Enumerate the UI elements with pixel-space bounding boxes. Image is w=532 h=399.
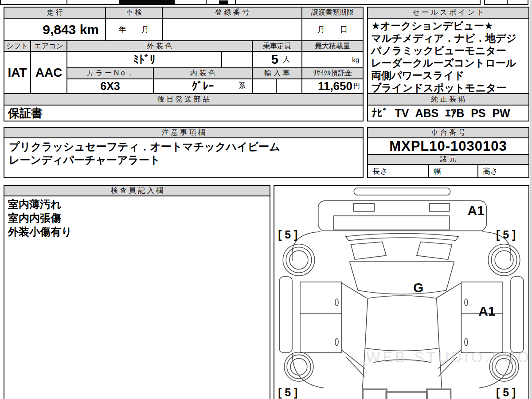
clipped-text-fragment bbox=[119, 0, 175, 4]
windshield bbox=[349, 262, 454, 294]
interior-color-value: ｸﾞﾚｰ bbox=[192, 80, 214, 93]
wheel-rear-left bbox=[284, 352, 313, 381]
inspector-note-line: 室内内張傷 bbox=[8, 211, 266, 225]
door-handle bbox=[335, 299, 338, 306]
mileage-value: 9,843 km bbox=[4, 18, 106, 41]
watermark: WEB STUDIO.PRO bbox=[366, 349, 528, 365]
roof-front-curve bbox=[368, 296, 436, 298]
fender-rear-left bbox=[292, 352, 324, 388]
chassis-number-value: MXPL10-1030103 bbox=[367, 137, 529, 155]
clipped-top-row-cell bbox=[235, 0, 481, 5]
notes-line: プリクラッシュセーフティ．オートマチックハイビーム bbox=[9, 140, 358, 153]
tail-side-left bbox=[362, 348, 365, 389]
mileage-header: 走 行 bbox=[4, 7, 106, 19]
clipped-top-row-cell bbox=[0, 0, 67, 5]
clipped-text-fragment bbox=[219, 0, 228, 4]
door-handle bbox=[335, 339, 338, 346]
inspector-note-line: 室内薄汚れ bbox=[8, 197, 266, 211]
interior-color-suffix: 系 bbox=[239, 82, 246, 91]
registration-value bbox=[162, 18, 302, 41]
spec-width-cell: 幅 bbox=[428, 164, 478, 178]
sales-points-list: ★オークションデビュー★ マルチメディア．ナビ．地デジ パノラミックビューモニタ… bbox=[367, 18, 529, 94]
sales-point-line: ★オークションデビュー★ bbox=[371, 20, 525, 32]
inspector-notes-content: 室内薄汚れ 室内内張傷 外装小傷有り bbox=[4, 196, 270, 399]
mark-front-right: A1 bbox=[467, 203, 484, 218]
specs-header: 諸 元 bbox=[367, 154, 529, 165]
windshield-pane-left bbox=[351, 242, 386, 259]
inspector-notes-header: 検 査 員 記 入 欄 bbox=[4, 185, 270, 196]
front-lamp-right bbox=[430, 203, 450, 211]
cabin-side-right bbox=[437, 298, 439, 348]
sales-point-line: パノラミックビューモニター bbox=[371, 44, 525, 57]
capacity-value-cell: 5 人 bbox=[252, 51, 302, 68]
genuine-equipment-header: 純 正 装 備 bbox=[367, 93, 529, 106]
sales-point-line: 両側パワースライド bbox=[371, 69, 525, 82]
recycle-deposit-header: ﾘｻｲｸﾙ預託金 bbox=[301, 67, 364, 79]
aircon-header: エアコン bbox=[30, 40, 67, 52]
aircon-value: AAC bbox=[30, 51, 67, 94]
scan-edge bbox=[530, 0, 532, 399]
notes-line: レーンディパーチャーアラート bbox=[9, 153, 358, 167]
color-no-value: 6X3 bbox=[66, 78, 154, 94]
car-outline-diagram: WEB STUDIO.PRO A1 G A1 [ 5 ] [ 5 ] [ 5 ]… bbox=[274, 186, 528, 399]
clipped-top-row-cell bbox=[507, 0, 528, 5]
windshield-pane-right bbox=[417, 242, 452, 259]
side-sill-right bbox=[511, 277, 524, 352]
door-handle bbox=[465, 339, 468, 346]
wheel-rear-left bbox=[290, 358, 307, 375]
max-load-header: 最大積載量 bbox=[301, 40, 364, 52]
interior-color-value-cell: ｸﾞﾚｰ 系 bbox=[153, 78, 253, 94]
rear-bumper-right bbox=[427, 389, 451, 399]
cabin-side-left bbox=[365, 298, 368, 348]
notes-header: 注 意 事 項 欄 bbox=[4, 127, 364, 138]
notes-content: プリクラッシュセーフティ．オートマチックハイビーム レーンディパーチャーアラート bbox=[4, 137, 364, 178]
inspector-note-line: 外装小傷有り bbox=[8, 225, 266, 239]
max-load-unit: kg bbox=[352, 56, 359, 63]
recycle-deposit-value: 11,650 bbox=[318, 79, 352, 93]
recycle-deposit-unit: 円 bbox=[353, 82, 360, 90]
rear-bumper-center bbox=[386, 392, 427, 399]
mark-side-right: A1 bbox=[478, 304, 495, 318]
fold-line bbox=[346, 357, 365, 376]
interior-color-header: 内 装 色 bbox=[153, 67, 253, 79]
registration-header: 登 録 番 号 bbox=[162, 7, 302, 19]
exterior-color-code-cell bbox=[221, 51, 253, 68]
spec-length-cell: 長さ bbox=[367, 164, 429, 178]
shift-value: IAT bbox=[4, 51, 31, 94]
fold-line bbox=[437, 283, 462, 298]
capacity-value: 5 bbox=[271, 52, 278, 67]
capacity-unit: 人 bbox=[283, 55, 290, 64]
front-grille bbox=[334, 216, 450, 230]
recycle-deposit-value-cell: 11,650 円 bbox=[301, 78, 364, 94]
corner-rating-front-right: [ 5 ] bbox=[496, 228, 516, 241]
front-lamp-left bbox=[353, 203, 374, 211]
import-header: 輸 入 車 bbox=[252, 67, 302, 79]
clipped-top-row-cell bbox=[484, 0, 508, 5]
transfer-deadline-value: 月 日 bbox=[301, 18, 364, 41]
door-handle bbox=[465, 299, 468, 306]
cowl-strip bbox=[346, 234, 459, 241]
transfer-deadline-header: 譲渡書類期限 bbox=[301, 7, 364, 19]
corner-rating-front-left: [ 5 ] bbox=[278, 228, 297, 241]
shaken-header: 車 検 bbox=[105, 7, 163, 19]
spec-height-cell: 高さ bbox=[477, 164, 529, 178]
sales-points-header: セ ー ル ス ポ イ ン ト bbox=[367, 7, 529, 19]
auction-sheet: 走 行 車 検 登 録 番 号 譲渡書類期限 9,843 km 年 月 月 日 … bbox=[0, 0, 532, 399]
color-no-header: カ ラ ー N o ． bbox=[66, 67, 154, 79]
corner-rating-rear-left: [ 5 ] bbox=[278, 386, 297, 399]
sales-point-line: レーダークルーズコントロール bbox=[371, 57, 525, 69]
import-value-cell bbox=[276, 78, 302, 94]
exterior-color-header: 外 装 色 bbox=[66, 40, 253, 52]
import-value-cell bbox=[252, 78, 277, 94]
exterior-color-value: ﾐﾄﾞﾘ bbox=[66, 51, 222, 68]
side-sill-left bbox=[279, 277, 292, 352]
corner-rating-rear-right: [ 5 ] bbox=[496, 386, 516, 399]
later-parts-header: 後 日 発 送 部 品 bbox=[4, 93, 364, 106]
rear-bumper-left bbox=[363, 389, 387, 399]
roof-strip bbox=[354, 188, 450, 195]
fold-line bbox=[342, 283, 367, 298]
sales-point-line: ブラインドスポットモニター bbox=[371, 82, 525, 94]
wheel-front-right bbox=[488, 244, 520, 276]
shift-header: シフト bbox=[4, 40, 31, 52]
chassis-number-header: 車 台 番 号 bbox=[367, 127, 529, 138]
